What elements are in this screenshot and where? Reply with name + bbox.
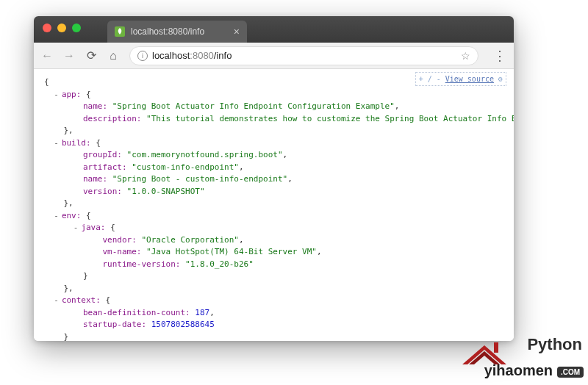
collapse-toggle-icon[interactable]: - (54, 90, 59, 99)
json-value: custom-info-endpoint (137, 162, 234, 172)
watermark-text-python: Python (527, 335, 582, 354)
tab-title: localhost:8080/info (131, 26, 204, 37)
url-host: localhost (152, 50, 190, 61)
browser-tab[interactable]: localhost:8080/info × (107, 21, 247, 43)
collapse-toggle-icon[interactable]: - (54, 295, 59, 305)
url-text: localhost:8080/info (152, 50, 232, 61)
json-value: 187 (195, 308, 209, 317)
json-viewer-toolbar: + / - View source ⚙ (415, 72, 506, 86)
json-value: 1507802588645 (151, 320, 215, 329)
json-value: This tutorial demonstrates how to custom… (151, 114, 514, 123)
json-key: env: (62, 211, 82, 220)
address-bar: ← → ⟳ ⌂ i localhost:8080/info ☆ ⋮ (34, 43, 514, 69)
titlebar: localhost:8080/info × (34, 16, 514, 43)
json-value: Java HotSpot(TM) 64-Bit Server VM (151, 247, 312, 256)
window-controls (34, 16, 90, 32)
json-key: runtime-version: (102, 259, 180, 269)
json-tree: { -app: { name: "Spring Boot Actuator In… (44, 76, 503, 341)
json-key: startup-date: (83, 320, 146, 329)
watermark-com-badge: .COM (557, 367, 584, 378)
watermark-text-domain: yihaomen (484, 362, 553, 379)
json-value: Oracle Corporation (146, 235, 234, 245)
json-key: java: (81, 223, 105, 232)
collapse-toggle-icon[interactable]: - (54, 211, 59, 220)
json-value: 1.0.0-SNAPSHOT (132, 187, 200, 196)
json-value: 1.8.0_20-b26 (190, 259, 248, 269)
json-key: build: (62, 138, 91, 148)
settings-gear-icon[interactable]: ⚙ (498, 73, 503, 84)
favicon-spring-icon (115, 26, 125, 37)
json-key: bean-definition-count: (83, 308, 190, 317)
site-info-icon[interactable]: i (137, 51, 148, 61)
json-key: name: (83, 101, 107, 111)
json-key: groupId: (83, 150, 122, 159)
page-content: + / - View source ⚙ { -app: { name: "Spr… (34, 69, 514, 341)
expand-collapse-icon[interactable]: + / - (419, 73, 441, 84)
url-path: /info (214, 50, 232, 61)
json-key: vm-name: (102, 247, 141, 256)
watermark: Python yihaomen .COM (466, 328, 584, 379)
json-key: app: (62, 90, 82, 99)
json-key: description: (83, 114, 141, 123)
url-input[interactable]: i localhost:8080/info ☆ (129, 46, 478, 65)
collapse-toggle-icon[interactable]: - (54, 138, 59, 148)
json-key: context: (62, 295, 101, 305)
back-button[interactable]: ← (41, 49, 53, 62)
reload-button[interactable]: ⟳ (85, 48, 97, 62)
maximize-window-button[interactable] (72, 24, 81, 32)
home-button[interactable]: ⌂ (107, 49, 119, 62)
minimize-window-button[interactable] (57, 24, 66, 32)
url-port: :8080 (190, 50, 214, 61)
forward-button[interactable]: → (63, 49, 75, 62)
json-key: version: (83, 187, 122, 196)
json-value: Spring Boot - custom-info-endpoint (117, 174, 282, 184)
json-value: com.memorynotfound.spring.boot (132, 150, 278, 159)
close-window-button[interactable] (43, 24, 51, 32)
json-value: Spring Boot Actuator Info Endpoint Confi… (117, 101, 390, 111)
json-key: name: (83, 174, 107, 184)
json-key: vendor: (102, 235, 136, 245)
browser-window: localhost:8080/info × ← → ⟳ ⌂ i localhos… (34, 16, 514, 341)
view-source-link[interactable]: View source (445, 73, 494, 84)
collapse-toggle-icon[interactable]: - (74, 223, 79, 232)
bookmark-star-icon[interactable]: ☆ (461, 50, 470, 62)
browser-menu-button[interactable]: ⋮ (489, 48, 506, 64)
svg-rect-2 (494, 342, 498, 353)
json-key: artifact: (83, 162, 127, 172)
tab-close-icon[interactable]: × (234, 26, 240, 37)
